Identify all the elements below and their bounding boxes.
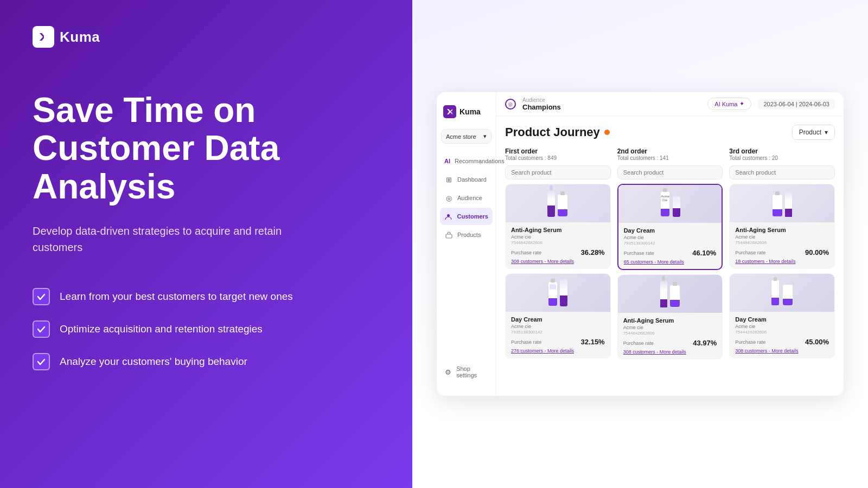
- purchase-rate-2-2: 43.97%: [693, 339, 717, 347]
- sidebar-logo-icon: [443, 105, 456, 118]
- customers-link-3-2[interactable]: 308 customers - More details: [735, 348, 829, 354]
- checklist-item-3: Analyze your customers' buying behavior: [33, 353, 380, 370]
- check-icon-3: [33, 353, 50, 370]
- purchase-rate-3-1: 90.00%: [805, 248, 829, 256]
- product-info-2-2: Anti-Aging Serum Acme cie 7544842682606 …: [618, 313, 723, 359]
- bottle-illustration: [547, 190, 568, 217]
- order-label-2: 2nd order: [617, 147, 723, 155]
- purchase-label-1-1: Purchase rate: [511, 250, 541, 255]
- product-image-2-2: [618, 275, 723, 313]
- purchase-row-2-1: Purchase rate 46.10%: [624, 249, 717, 257]
- store-selector[interactable]: Acme store ▾: [441, 129, 492, 144]
- customers-link-2-2[interactable]: 308 customers - More details: [623, 349, 717, 355]
- customers-link-1-2[interactable]: 276 customers - More details: [511, 348, 605, 354]
- product-sku-1-1: 7544842682606: [511, 240, 605, 245]
- chevron-down-icon: ▾: [825, 129, 828, 136]
- product-card-2-2[interactable]: Anti-Aging Serum Acme cie 7544842682606 …: [617, 274, 723, 359]
- product-brand-2-1: Acme cie: [624, 235, 717, 240]
- product-card-3-2[interactable]: Day Cream Acme cie 7544426282606 Purchas…: [729, 273, 835, 358]
- ai-kuma-button[interactable]: AI Kuma ✦: [707, 98, 751, 110]
- customers-icon: [444, 212, 453, 221]
- hero-title: Save Time on Customer Data Analysis: [33, 91, 380, 206]
- product-info-3-2: Day Cream Acme cie 7544426282606 Purchas…: [730, 312, 834, 358]
- purchase-label-2-2: Purchase rate: [623, 341, 654, 346]
- target-icon: ◎: [505, 99, 516, 110]
- ai-kuma-label: AI Kuma: [714, 101, 737, 107]
- checklist-text-1: Learn from your best customers to target…: [60, 291, 293, 303]
- product-image-3-2: [730, 274, 834, 312]
- nav-label-products: Products: [457, 232, 481, 238]
- product-image-1-1: [506, 184, 610, 222]
- page-title-area: Product Journey: [505, 125, 610, 139]
- checklist: Learn from your best customers to target…: [33, 288, 380, 370]
- top-bar: ◎ Audience Champions AI Kuma ✦ 2023-06-0…: [496, 92, 844, 116]
- product-dropdown[interactable]: Product ▾: [792, 125, 835, 140]
- purchase-row-2-2: Purchase rate 43.97%: [623, 339, 717, 347]
- sidebar-item-audience[interactable]: ◎ Audience: [440, 189, 493, 207]
- purchase-label-2-1: Purchase rate: [624, 251, 654, 256]
- customers-link-2-1[interactable]: 65 customers - More details: [624, 259, 717, 265]
- product-info-3-1: Anti-Aging Serum Acme cie 7544842682606 …: [730, 222, 834, 268]
- product-card-2-1[interactable]: Acme Cie: [617, 184, 723, 270]
- bottle-illustration-2: [548, 279, 567, 306]
- sidebar-item-settings[interactable]: ⚙ Shop settings: [440, 361, 493, 383]
- purchase-label-3-1: Purchase rate: [735, 250, 765, 255]
- sidebar-item-recommandations[interactable]: AI Recommandations: [440, 152, 493, 170]
- product-dropdown-label: Product: [799, 129, 821, 136]
- product-sku-1-2: 7935138300142: [511, 330, 605, 335]
- product-name-1-2: Day Cream: [511, 316, 605, 323]
- product-info-1-2: Day Cream Acme cie 7935138300142 Purchas…: [506, 312, 610, 358]
- sidebar-item-products[interactable]: Products: [440, 226, 493, 243]
- purchase-label-3-2: Purchase rate: [735, 339, 765, 345]
- check-icon-2: [33, 320, 50, 338]
- app-window: Kuma Acme store ▾ AI Recommandations ⊞ D…: [437, 92, 844, 396]
- search-product-input-1[interactable]: [505, 165, 611, 179]
- product-card-1-2[interactable]: Day Cream Acme cie 7935138300142 Purchas…: [505, 273, 611, 358]
- sidebar-item-dashboard[interactable]: ⊞ Dashboard: [440, 171, 493, 188]
- audience-value: Champions: [522, 103, 561, 111]
- sidebar-item-customers[interactable]: Customers: [440, 208, 493, 225]
- purchase-row-3-2: Purchase rate 45.00%: [735, 338, 829, 346]
- product-name-2-1: Day Cream: [624, 227, 717, 234]
- right-panel: Kuma Acme store ▾ AI Recommandations ⊞ D…: [412, 0, 868, 488]
- audience-selector: Audience Champions: [522, 97, 561, 111]
- order-label-1: First order: [505, 147, 611, 155]
- product-image-1-2: [506, 274, 610, 312]
- product-image-3-1: [730, 184, 834, 222]
- customers-link-3-1[interactable]: 18 customers - More details: [735, 259, 829, 264]
- search-product-input-2[interactable]: [617, 165, 723, 179]
- column-first-order: First order Total customers : 849: [505, 147, 611, 364]
- hero-subtitle: Develop data-driven strategies to acquir…: [33, 223, 304, 255]
- sidebar-nav: AI Recommandations ⊞ Dashboard ◎ Audienc…: [437, 152, 496, 357]
- product-brand-2-2: Acme cie: [623, 325, 717, 330]
- order-label-3: 3rd order: [729, 147, 835, 155]
- customers-link-1-1[interactable]: 308 customers - More details: [511, 259, 605, 264]
- column-header-3: 3rd order Total customers : 20: [729, 147, 835, 161]
- product-brand-1-1: Acme cie: [511, 234, 605, 240]
- purchase-rate-1-2: 32.15%: [581, 338, 605, 346]
- total-customers-3: Total customers : 20: [729, 155, 835, 161]
- product-brand-3-1: Acme cie: [735, 234, 829, 240]
- page-header: Product Journey Product ▾: [505, 125, 835, 140]
- main-content: ◎ Audience Champions AI Kuma ✦ 2023-06-0…: [496, 92, 844, 396]
- audience-label: Audience: [522, 97, 561, 103]
- product-card-1-1[interactable]: Anti-Aging Serum Acme cie 7544842682606 …: [505, 184, 611, 269]
- product-brand-1-2: Acme cie: [511, 324, 605, 329]
- search-product-input-3[interactable]: [729, 165, 835, 179]
- checklist-text-3: Analyze your customers' buying behavior: [60, 356, 247, 368]
- left-logo-text: Kuma: [60, 29, 100, 46]
- total-customers-2: Total customers : 141: [617, 155, 723, 161]
- product-sku-3-2: 7544426282606: [735, 330, 829, 335]
- svg-point-0: [447, 214, 450, 217]
- left-panel: Kuma Save Time on Customer Data Analysis…: [0, 0, 412, 488]
- sparkle-icon: ✦: [739, 100, 744, 107]
- purchase-rate-3-2: 45.00%: [805, 338, 829, 346]
- product-sku-2-2: 7544842682606: [623, 331, 717, 336]
- audience-icon: ◎: [444, 194, 453, 202]
- products-icon: [444, 230, 453, 239]
- product-card-3-1[interactable]: Anti-Aging Serum Acme cie 7544842682606 …: [729, 184, 835, 269]
- settings-icon: ⚙: [444, 368, 452, 376]
- product-sku-3-1: 7544842682606: [735, 240, 829, 245]
- nav-label-dashboard: Dashboard: [457, 176, 487, 183]
- page-content: Product Journey Product ▾ First order To…: [496, 116, 844, 396]
